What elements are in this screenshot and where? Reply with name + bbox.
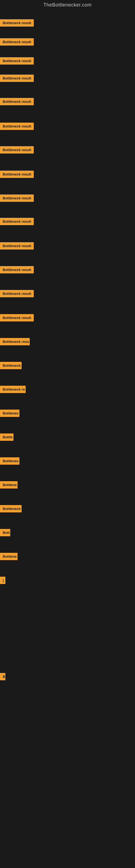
bottleneck-label: Bottleneck result bbox=[0, 19, 34, 27]
bottleneck-row: Bottleneck result bbox=[0, 146, 135, 154]
bottleneck-row: Bottleneck bbox=[0, 362, 135, 369]
bottleneck-row: Bottleneck result bbox=[0, 242, 135, 250]
bottleneck-row: | bbox=[0, 577, 135, 584]
bottleneck-label: Bottleneck result bbox=[0, 242, 34, 250]
bottleneck-label: Bottleneck re bbox=[0, 386, 26, 393]
bottleneck-row: Bottleneck re bbox=[0, 386, 135, 393]
bottleneck-row: Bottleneck result bbox=[0, 314, 135, 321]
bottleneck-row: Bottlene bbox=[0, 481, 135, 489]
bottleneck-label: Bottleneck result bbox=[0, 218, 34, 225]
bottleneck-label: Bottle bbox=[0, 433, 13, 441]
bottleneck-row: Bottleneck result bbox=[0, 19, 135, 27]
bottleneck-label: Bottlenec bbox=[0, 410, 19, 417]
bottleneck-label: Bottleneck result bbox=[0, 57, 34, 65]
bottleneck-label: Bottleneck result bbox=[0, 38, 34, 45]
bottleneck-row: Bottleneck result bbox=[0, 266, 135, 273]
bottleneck-row: Bott bbox=[0, 529, 135, 536]
bottleneck-row: Bottlene bbox=[0, 553, 135, 560]
bottleneck-label: Bottleneck bbox=[0, 362, 21, 369]
bottleneck-row: Bottleneck result bbox=[0, 38, 135, 45]
bottleneck-row: Bottleneck result bbox=[0, 74, 135, 82]
bottleneck-row: Bottlenec bbox=[0, 457, 135, 465]
bottleneck-label: Bottleneck result bbox=[0, 266, 34, 273]
bottleneck-label: Bottlene bbox=[0, 553, 17, 560]
bottleneck-label: Bottleneck result bbox=[0, 194, 34, 202]
bottleneck-row: Bottleneck result bbox=[0, 218, 135, 225]
bottleneck-label: Bottlenec bbox=[0, 457, 19, 465]
bottleneck-label: B bbox=[0, 673, 5, 680]
bottleneck-label: Bottleneck result bbox=[0, 98, 34, 105]
bottleneck-row: Bottleneck bbox=[0, 505, 135, 513]
bottleneck-row: Bottleneck result bbox=[0, 170, 135, 178]
bottleneck-row: Bottleneck result bbox=[0, 57, 135, 65]
bottleneck-label: Bottleneck result bbox=[0, 74, 34, 82]
bottleneck-row: Bottleneck result bbox=[0, 194, 135, 202]
bottleneck-label: Bottleneck result bbox=[0, 170, 34, 178]
bottleneck-label: | bbox=[0, 577, 5, 584]
bottleneck-row: Bottleneck result bbox=[0, 290, 135, 297]
bottleneck-row: Bottleneck result bbox=[0, 98, 135, 105]
bottleneck-row: Bottle bbox=[0, 433, 135, 441]
bottleneck-label: Bottleneck result bbox=[0, 290, 34, 297]
bottleneck-row: Bottleneck result bbox=[0, 123, 135, 130]
bottleneck-label: Bott bbox=[0, 529, 10, 536]
bottleneck-label: Bottlene bbox=[0, 481, 17, 489]
bottleneck-label: Bottleneck result bbox=[0, 146, 34, 154]
site-title: TheBottlenecker.com bbox=[0, 0, 135, 11]
bottleneck-label: Bottleneck resu bbox=[0, 338, 30, 345]
bottleneck-label: Bottleneck result bbox=[0, 314, 34, 321]
bottleneck-row: B bbox=[0, 673, 135, 680]
bottleneck-label: Bottleneck result bbox=[0, 123, 34, 130]
bottleneck-row: Bottleneck resu bbox=[0, 338, 135, 345]
bottleneck-label: Bottleneck bbox=[0, 505, 21, 513]
bottleneck-row: Bottlenec bbox=[0, 410, 135, 417]
